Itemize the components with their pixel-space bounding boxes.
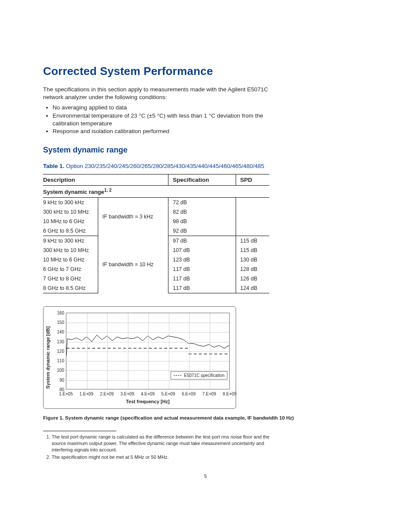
table-label: Table 1.	[43, 163, 64, 169]
table-cell: 9 kHz to 300 kHz	[43, 197, 98, 207]
table-cell: 82 dB	[168, 207, 236, 217]
chart-ytick: 120	[44, 348, 64, 353]
chart-box: System dynamic range [dB] Test frequency…	[43, 306, 236, 409]
chart-figure: System dynamic range [dB] Test frequency…	[43, 306, 368, 422]
footnote: The test port dynamic range is calculate…	[52, 434, 280, 453]
chart-ytick: 140	[44, 330, 64, 334]
page-number: 5	[43, 473, 368, 479]
chart-xtick: 3.E+09	[121, 392, 134, 396]
list-item: No averaging applied to data	[53, 104, 281, 112]
table-cell: 6 GHz to 7 GHz	[43, 264, 98, 274]
chart-xtick: 7.E+09	[202, 392, 216, 396]
list-item: Response and isolation calibration perfo…	[53, 128, 281, 135]
chart-legend: E5071C specification	[171, 371, 227, 380]
table-cell: 300 kHz to 10 MHz	[43, 246, 98, 255]
col-description: Description	[43, 174, 168, 185]
chart-ytick: 80	[44, 387, 64, 392]
chart-ytick: 150	[44, 320, 64, 325]
chart-ytick: 90	[44, 377, 64, 382]
conditions-list: No averaging applied to data Environment…	[47, 104, 281, 135]
legend-text: E5071C specification	[184, 373, 224, 378]
chart-xtick: 6.E+09	[182, 392, 196, 396]
table-cell: 92 dB	[168, 226, 236, 236]
table-cell: 7 GHz to 8 GHz	[43, 274, 98, 283]
table-cell: 117 dB	[168, 274, 236, 283]
bandwidth-cell: IF bandwidth = 10 Hz	[98, 236, 168, 293]
chart-xlabel: Test frequency [Hz]	[66, 399, 230, 404]
table-cell: 98 dB	[168, 217, 236, 226]
table-cell	[236, 207, 269, 217]
chart-xtick: 5.E+09	[162, 392, 175, 396]
section-title: Corrected System Performance	[43, 65, 368, 78]
spec-table: Description Specification SPD System dyn…	[43, 174, 269, 293]
chart-xtick: 8.E+09	[223, 392, 237, 396]
table-cell: 107 dB	[168, 246, 236, 255]
chart-caption: Figure 1. System dynamic range (specific…	[43, 415, 368, 422]
table-cell: 126 dB	[236, 274, 269, 283]
col-specification: Specification	[168, 174, 236, 185]
table-cell: 8 GHz to 8.5 GHz	[43, 283, 98, 293]
table-cell: 9 kHz to 300 kHz	[43, 236, 98, 246]
table-cell: 130 dB	[236, 255, 269, 264]
table-cell: 115 dB	[236, 236, 269, 246]
footnotes: The test port dynamic range is calculate…	[43, 434, 280, 460]
footnote: The specification might not be met at 5 …	[52, 454, 280, 460]
bandwidth-cell: IF bandwidth = 3 kHz	[98, 197, 168, 236]
subheader-row: System dynamic range1, 2	[43, 185, 269, 197]
legend-swatch-icon	[174, 375, 181, 376]
table-cell: 72 dB	[168, 197, 236, 207]
chart-xtick: 4.E+09	[141, 392, 155, 396]
table-cell: 300 kHz to 10 MHz	[43, 207, 98, 217]
table-cell	[236, 217, 269, 226]
col-spd: SPD	[236, 174, 269, 185]
chart-ytick: 100	[44, 368, 64, 373]
footnote-separator	[43, 431, 116, 431]
table-cell: 123 dB	[168, 255, 236, 264]
intro-text: The specifications in this section apply…	[43, 86, 271, 101]
chart-plot-area: E5071C specification	[66, 313, 230, 389]
chart-xtick: 1.E+09	[80, 392, 93, 396]
chart-xtick: 1.E+05	[59, 392, 73, 396]
table-cell: 97 dB	[168, 236, 236, 246]
table-cell: 124 dB	[236, 283, 269, 293]
table-cell: 10 MHz to 6 GHz	[43, 217, 98, 226]
subheader-sup: 1, 2	[104, 188, 112, 193]
table-cell	[236, 226, 269, 236]
chart-ytick: 160	[44, 310, 64, 315]
table-caption: Table 1. Option 230/235/240/245/260/265/…	[43, 162, 276, 170]
subsection-title: System dynamic range	[43, 146, 368, 155]
table-cell: 10 MHz to 6 GHz	[43, 255, 98, 264]
table-cell: 117 dB	[168, 283, 236, 293]
chart-xtick: 2.E+09	[100, 392, 114, 396]
table-cell	[236, 197, 269, 207]
chart-ytick: 110	[44, 358, 64, 363]
table-caption-text: Option 230/235/240/245/260/265/280/285/4…	[66, 163, 264, 169]
table-cell: 115 dB	[236, 246, 269, 255]
table-cell: 128 dB	[236, 264, 269, 274]
list-item: Environmental temperature of 23 °C (±5 °…	[53, 112, 281, 128]
table-cell: 6 GHz to 8.5 GHz	[43, 226, 98, 236]
table-cell: 117 dB	[168, 264, 236, 274]
chart-ytick: 130	[44, 339, 64, 344]
subheader-text: System dynamic range	[43, 189, 104, 195]
